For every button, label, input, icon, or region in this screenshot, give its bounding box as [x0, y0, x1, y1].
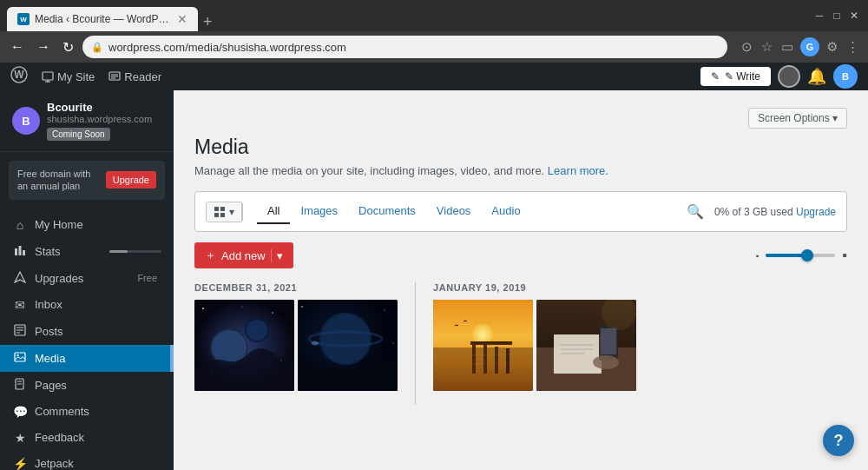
browser-tabs: W Media ‹ Bcourite — WordPress.c... ✕ + [7, 0, 218, 31]
upgrade-button[interactable]: Upgrade [106, 171, 156, 189]
address-bar[interactable]: 🔒 wordpress.com/media/shusisha.wordpress… [82, 36, 727, 58]
media-grid-dec2021 [194, 300, 398, 391]
search-icon[interactable]: 🔍 [687, 203, 704, 220]
cast-icon[interactable]: ▭ [779, 37, 795, 56]
posts-icon [12, 324, 28, 339]
svg-rect-13 [23, 250, 25, 255]
page-description: Manage all the media on your site, inclu… [194, 164, 847, 177]
svg-text:W: W [20, 16, 27, 23]
maximize-button[interactable]: □ [830, 9, 844, 23]
date-label-dec2021: DECEMBER 31, 2021 [194, 282, 398, 293]
new-tab-button[interactable]: + [198, 13, 218, 31]
size-small-icon: ▪ [756, 251, 760, 261]
tab-documents[interactable]: Documents [348, 199, 426, 224]
sidebar-item-upgrades[interactable]: Upgrades Free [0, 265, 174, 292]
storage-upgrade-link[interactable]: Upgrade [796, 206, 836, 218]
size-slider-track[interactable] [766, 254, 835, 257]
sidebar-upgrade-box: Free domain with an annual plan Upgrade [9, 161, 165, 200]
media-grid-jan2019 [433, 300, 636, 391]
home-icon: ⌂ [12, 218, 28, 232]
sidebar-item-stats[interactable]: Stats [0, 238, 174, 265]
media-filter-tabs: All Images Documents Videos Audio [257, 199, 531, 224]
tab-images[interactable]: Images [290, 199, 348, 224]
comments-icon: 💬 [12, 405, 28, 419]
minimize-button[interactable]: ─ [812, 9, 826, 23]
stats-icon [12, 244, 28, 259]
upgrade-text: Free domain with an annual plan [17, 168, 99, 193]
plus-icon: ＋ [205, 248, 216, 263]
upgrades-icon [12, 271, 28, 286]
media-section-dec2021: DECEMBER 31, 2021 [194, 282, 398, 391]
tab-close-button[interactable]: ✕ [177, 12, 187, 26]
media-thumb-desk[interactable] [536, 300, 636, 391]
sidebar-profile-name: Bcourite [47, 101, 152, 114]
svg-rect-51 [506, 348, 510, 374]
reader-link[interactable]: Reader [108, 70, 161, 83]
theme-toggle-button[interactable] [778, 65, 800, 88]
app-container: W My Site Reader ✎ ✎ Write 🔔 B B Bcourit… [0, 63, 868, 470]
svg-rect-50 [495, 347, 498, 374]
svg-rect-11 [15, 248, 17, 255]
svg-point-41 [301, 306, 303, 308]
tab-favicon: W [17, 13, 30, 25]
media-thumb-space1[interactable] [194, 300, 294, 391]
sidebar-profile-url: shusisha.wordpress.com [47, 114, 152, 124]
sidebar-item-media[interactable]: Media [0, 345, 174, 372]
close-window-button[interactable]: ✕ [847, 9, 861, 23]
tab-audio[interactable]: Audio [481, 199, 530, 224]
url-text: wordpress.com/media/shusisha.wordpress.c… [108, 41, 719, 54]
sidebar-item-posts[interactable]: Posts [0, 318, 174, 345]
media-sections-row: DECEMBER 31, 2021 [194, 282, 847, 405]
sidebar-profile-info: Bcourite shusisha.wordpress.com Coming S… [47, 101, 152, 141]
svg-rect-24 [220, 207, 225, 211]
media-thumb-space2[interactable] [298, 300, 398, 391]
help-button[interactable]: ? [823, 425, 854, 456]
date-label-jan2019: JANUARY 19, 2019 [433, 282, 636, 293]
svg-point-39 [321, 314, 370, 363]
svg-point-64 [593, 355, 619, 369]
add-new-dropdown-arrow[interactable]: ▾ [271, 249, 283, 262]
section-divider [415, 282, 416, 405]
profile-avatar[interactable]: G [800, 37, 819, 56]
media-search-area: 🔍 0% of 3 GB used Upgrade [687, 203, 836, 220]
screen-options-button[interactable]: Screen Options ▾ [748, 108, 847, 129]
write-button[interactable]: ✎ ✎ Write [700, 67, 771, 86]
star-icon[interactable]: ☆ [760, 37, 774, 56]
notifications-bell-icon[interactable]: 🔔 [807, 67, 826, 86]
forward-button[interactable]: → [33, 37, 54, 56]
my-site-link[interactable]: My Site [42, 70, 95, 83]
add-new-button[interactable]: ＋ Add new ▾ [194, 242, 293, 268]
size-slider-thumb[interactable] [801, 249, 813, 261]
grid-view-button[interactable]: ▾ [207, 202, 242, 222]
jetpack-icon: ⚡ [12, 457, 28, 470]
media-thumb-beach[interactable] [433, 300, 533, 391]
sidebar-item-inbox[interactable]: ✉ Inbox [0, 292, 174, 318]
wp-logo[interactable]: W [10, 66, 28, 88]
bookmarks-icon[interactable]: ⊙ [740, 37, 754, 56]
sidebar-item-my-home[interactable]: ⌂ My Home [0, 212, 174, 238]
learn-more-link[interactable]: Learn more. [548, 164, 608, 177]
back-button[interactable]: ← [7, 37, 28, 56]
svg-rect-63 [601, 328, 616, 354]
topbar-avatar[interactable]: B [833, 64, 858, 89]
svg-rect-53 [470, 343, 512, 345]
sidebar-profile: B Bcourite shusisha.wordpress.com Coming… [0, 90, 174, 152]
lock-icon: 🔒 [91, 42, 103, 53]
sidebar-item-feedback[interactable]: ★ Feedback [0, 425, 174, 451]
tab-all[interactable]: All [257, 199, 290, 224]
sidebar-item-comments[interactable]: 💬 Comments [0, 399, 174, 425]
menu-icon[interactable]: ⋮ [845, 37, 861, 56]
svg-point-34 [241, 306, 242, 307]
tab-title: Media ‹ Bcourite — WordPress.c... [35, 13, 172, 25]
refresh-button[interactable]: ↻ [59, 37, 77, 57]
sidebar-item-jetpack[interactable]: ⚡ Jetpack [0, 451, 174, 470]
sidebar-label-comments: Comments [35, 405, 161, 418]
extensions-icon[interactable]: ⚙ [825, 37, 839, 56]
tab-videos[interactable]: Videos [426, 199, 482, 224]
sidebar-item-pages[interactable]: Pages [0, 372, 174, 399]
browser-nav: ← → ↻ 🔒 wordpress.com/media/shusisha.wor… [0, 31, 868, 63]
sidebar-label-pages: Pages [35, 379, 161, 392]
sidebar-label-stats: Stats [35, 245, 102, 258]
active-tab[interactable]: W Media ‹ Bcourite — WordPress.c... ✕ [7, 7, 198, 31]
svg-rect-23 [214, 207, 219, 211]
